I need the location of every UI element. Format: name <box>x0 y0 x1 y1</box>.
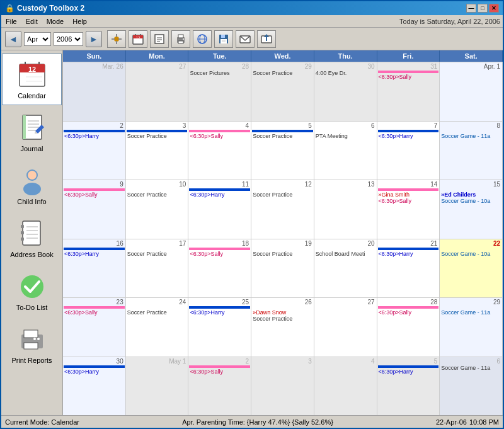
calendar-cell[interactable]: 5<6:30p>Harry <box>377 357 440 416</box>
calendar-cell[interactable]: 9<6:30p>Sally <box>63 180 126 239</box>
calendar-event[interactable]: Soccer Practice <box>252 133 313 139</box>
calendar-event[interactable]: »Dawn Snow <box>252 309 313 316</box>
menu-edit[interactable]: Edit <box>24 18 40 25</box>
calendar-event[interactable]: Soccer Pictures <box>189 70 250 76</box>
calendar-cell[interactable]: 27 <box>126 62 189 121</box>
calendar-cell[interactable]: 6Soccer Game - 11a <box>440 357 503 416</box>
calendar-cell[interactable]: May 1 <box>126 357 189 416</box>
calendar-event[interactable]: <6:30p>Sally <box>189 251 250 257</box>
calendar-event[interactable]: Soccer Practice <box>127 192 188 198</box>
edit-button[interactable] <box>150 30 169 48</box>
calendar-cell[interactable]: 30<6:30p>Harry <box>63 357 126 416</box>
calendar-cell[interactable]: 13 <box>314 180 377 239</box>
year-select[interactable]: 20042005200620072008 <box>54 32 83 46</box>
calendar-cell[interactable]: 17Soccer Practice <box>126 239 189 298</box>
sidebar-item-print-reports[interactable]: Print Reports <box>2 318 62 370</box>
sidebar-item-address-book[interactable]: Address Book <box>2 212 62 264</box>
calendar-event[interactable]: <6:30p>Harry <box>189 192 250 198</box>
calendar-event[interactable]: <6:30p>Sally <box>64 192 125 198</box>
calendar-event[interactable]: »Ed Childers <box>440 192 501 198</box>
sidebar-item-calendar[interactable]: 12 Calendar <box>2 54 62 105</box>
calendar-event[interactable]: <6:30p>Sally <box>64 309 125 316</box>
calendar-cell[interactable]: 3 <box>251 357 314 416</box>
calendar-event[interactable]: Soccer Game - 11a <box>440 133 501 139</box>
calendar-cell[interactable]: 8Soccer Game - 11a <box>440 122 503 180</box>
next-button[interactable]: ► <box>86 31 102 47</box>
calendar-cell[interactable]: 31<6:30p>Sally <box>377 62 440 121</box>
calendar-event[interactable]: <6:30p>Harry <box>378 251 439 257</box>
calendar-event[interactable]: Soccer Practice <box>252 251 313 257</box>
print-button[interactable] <box>171 30 190 48</box>
calendar-event[interactable]: <6:30p>Harry <box>189 309 250 316</box>
calendar-event[interactable]: Soccer Game - 10a <box>440 251 501 257</box>
tools-button[interactable] <box>107 30 126 48</box>
menu-help[interactable]: Help <box>71 18 89 25</box>
calendar-event[interactable]: Soccer Practice <box>127 309 188 316</box>
calendar-cell[interactable]: 25<6:30p>Harry <box>188 298 251 357</box>
calendar-event[interactable]: Soccer Practice <box>252 70 313 76</box>
close-button[interactable]: ✕ <box>489 4 499 13</box>
calendar-event[interactable]: Soccer Game - 11a <box>440 309 501 316</box>
calendar-event[interactable]: <6:30p>Harry <box>378 369 439 375</box>
calendar-event[interactable]: <6:30p>Harry <box>64 369 125 375</box>
calendar-cell[interactable]: 4<6:30p>Sally <box>188 122 251 180</box>
calendar-event[interactable]: <6:30p>Sally <box>378 198 439 204</box>
menu-mode[interactable]: Mode <box>45 18 66 25</box>
calendar-event[interactable]: <6:30p>Harry <box>378 133 439 139</box>
sidebar-item-todo-list[interactable]: To-Do List <box>2 265 62 317</box>
minimize-button[interactable]: — <box>466 4 476 13</box>
calendar-view-button[interactable]: 12 <box>129 30 147 48</box>
calendar-cell[interactable]: Mar. 26 <box>63 62 126 121</box>
calendar-cell[interactable]: 26»Dawn SnowSoccer Practice <box>251 298 314 357</box>
calendar-event[interactable]: <6:30p>Sally <box>378 74 439 80</box>
calendar-event[interactable]: PTA Meeting <box>315 133 376 139</box>
calendar-event[interactable]: <6:30p>Harry <box>64 133 125 139</box>
calendar-cell[interactable]: 19Soccer Practice <box>251 239 314 298</box>
calendar-event[interactable]: Soccer Game - 10a <box>440 198 501 204</box>
calendar-cell[interactable]: 18<6:30p>Sally <box>188 239 251 298</box>
calendar-event[interactable]: Soccer Practice <box>127 251 188 257</box>
calendar-cell[interactable]: 20School Board Meeti <box>314 239 377 298</box>
calendar-cell[interactable]: 22Soccer Game - 10a <box>440 239 503 298</box>
menu-file[interactable]: File <box>4 18 19 25</box>
calendar-cell[interactable]: 28Soccer Pictures <box>188 62 251 121</box>
calendar-event[interactable]: Soccer Practice <box>127 133 188 139</box>
save-button[interactable] <box>214 30 233 48</box>
calendar-cell[interactable]: 29Soccer Practice <box>251 62 314 121</box>
calendar-cell[interactable]: 11<6:30p>Harry <box>188 180 251 239</box>
calendar-event[interactable]: »Gina Smith <box>378 192 439 198</box>
calendar-cell[interactable]: 14»Gina Smith<6:30p>Sally <box>377 180 440 239</box>
export-button[interactable] <box>257 30 276 48</box>
calendar-event[interactable]: School Board Meeti <box>315 251 376 257</box>
sidebar-item-journal[interactable]: Journal <box>2 106 62 158</box>
calendar-cell[interactable]: 12Soccer Practice <box>251 180 314 239</box>
calendar-cell[interactable]: 21<6:30p>Harry <box>377 239 440 298</box>
calendar-cell[interactable]: 7<6:30p>Harry <box>377 122 440 180</box>
calendar-cell[interactable]: 10Soccer Practice <box>126 180 189 239</box>
calendar-cell[interactable]: 15»Ed ChildersSoccer Game - 10a <box>440 180 503 239</box>
sidebar-item-child-info[interactable]: Child Info <box>2 159 62 211</box>
calendar-cell[interactable]: 4 <box>314 357 377 416</box>
calendar-cell[interactable]: 28<6:30p>Sally <box>377 298 440 357</box>
calendar-cell[interactable]: 304:00 Eye Dr. <box>314 62 377 121</box>
calendar-cell[interactable]: 2<6:30p>Harry <box>63 122 126 180</box>
calendar-cell[interactable]: 29Soccer Game - 11a <box>440 298 503 357</box>
calendar-cell[interactable]: 24Soccer Practice <box>126 298 189 357</box>
calendar-cell[interactable]: 23<6:30p>Sally <box>63 298 126 357</box>
calendar-cell[interactable]: 5Soccer Practice <box>251 122 314 180</box>
calendar-cell[interactable]: 2<6:30p>Sally <box>188 357 251 416</box>
calendar-cell[interactable]: 3Soccer Practice <box>126 122 189 180</box>
calendar-event[interactable]: <6:30p>Sally <box>189 369 250 375</box>
calendar-event[interactable]: Soccer Game - 11a <box>440 365 501 371</box>
email-button[interactable] <box>236 30 255 48</box>
globe-button[interactable] <box>193 30 212 48</box>
maximize-button[interactable]: □ <box>478 4 488 13</box>
calendar-event[interactable]: <6:30p>Sally <box>189 133 250 139</box>
calendar-event[interactable]: 4:00 Eye Dr. <box>315 70 376 76</box>
calendar-cell[interactable]: Apr. 1 <box>440 62 503 121</box>
calendar-event[interactable]: <6:30p>Harry <box>64 251 125 257</box>
calendar-event[interactable]: Soccer Practice <box>252 192 313 198</box>
calendar-cell[interactable]: 27 <box>314 298 377 357</box>
calendar-event[interactable]: Soccer Practice <box>252 316 313 322</box>
month-select[interactable]: JanFebMarApr MayJunJulAug SepOctNovDec <box>24 32 51 46</box>
